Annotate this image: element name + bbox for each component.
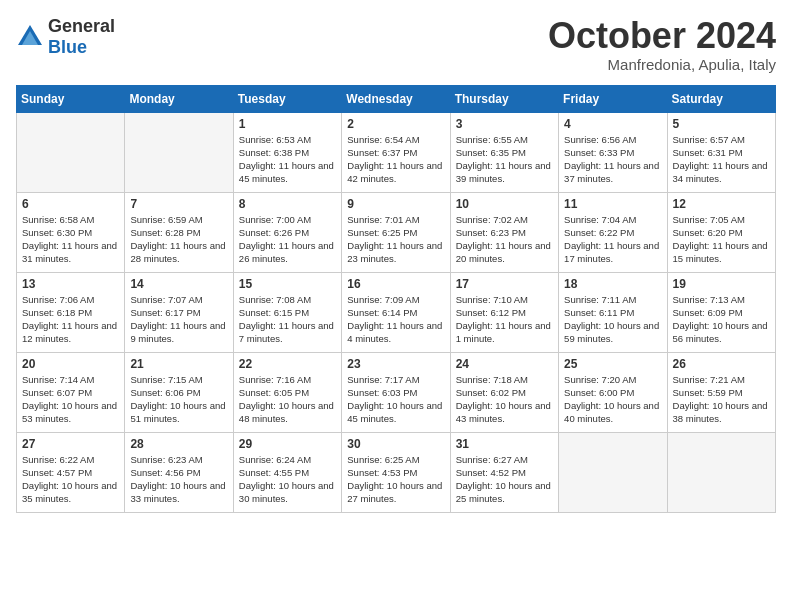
calendar-cell: 1Sunrise: 6:53 AMSunset: 6:38 PMDaylight… [233,112,341,192]
day-detail: Sunrise: 6:54 AMSunset: 6:37 PMDaylight:… [347,133,444,186]
day-detail: Sunrise: 7:02 AMSunset: 6:23 PMDaylight:… [456,213,553,266]
month-title: October 2024 [548,16,776,56]
weekday-wednesday: Wednesday [342,85,450,112]
day-number: 12 [673,197,770,211]
day-number: 14 [130,277,227,291]
logo: General Blue [16,16,115,58]
calendar-cell: 14Sunrise: 7:07 AMSunset: 6:17 PMDayligh… [125,272,233,352]
day-detail: Sunrise: 7:15 AMSunset: 6:06 PMDaylight:… [130,373,227,426]
day-number: 28 [130,437,227,451]
day-detail: Sunrise: 6:56 AMSunset: 6:33 PMDaylight:… [564,133,661,186]
day-detail: Sunrise: 7:13 AMSunset: 6:09 PMDaylight:… [673,293,770,346]
day-number: 4 [564,117,661,131]
calendar-cell: 4Sunrise: 6:56 AMSunset: 6:33 PMDaylight… [559,112,667,192]
day-detail: Sunrise: 7:05 AMSunset: 6:20 PMDaylight:… [673,213,770,266]
week-row-0: 1Sunrise: 6:53 AMSunset: 6:38 PMDaylight… [17,112,776,192]
weekday-tuesday: Tuesday [233,85,341,112]
day-detail: Sunrise: 7:04 AMSunset: 6:22 PMDaylight:… [564,213,661,266]
calendar-cell: 9Sunrise: 7:01 AMSunset: 6:25 PMDaylight… [342,192,450,272]
day-number: 13 [22,277,119,291]
day-detail: Sunrise: 7:00 AMSunset: 6:26 PMDaylight:… [239,213,336,266]
day-detail: Sunrise: 6:25 AMSunset: 4:53 PMDaylight:… [347,453,444,506]
day-number: 31 [456,437,553,451]
calendar-cell: 2Sunrise: 6:54 AMSunset: 6:37 PMDaylight… [342,112,450,192]
calendar-cell: 16Sunrise: 7:09 AMSunset: 6:14 PMDayligh… [342,272,450,352]
day-number: 11 [564,197,661,211]
day-number: 19 [673,277,770,291]
day-number: 25 [564,357,661,371]
day-detail: Sunrise: 7:20 AMSunset: 6:00 PMDaylight:… [564,373,661,426]
calendar-cell: 26Sunrise: 7:21 AMSunset: 5:59 PMDayligh… [667,352,775,432]
day-detail: Sunrise: 7:16 AMSunset: 6:05 PMDaylight:… [239,373,336,426]
day-number: 27 [22,437,119,451]
day-detail: Sunrise: 7:10 AMSunset: 6:12 PMDaylight:… [456,293,553,346]
day-detail: Sunrise: 6:59 AMSunset: 6:28 PMDaylight:… [130,213,227,266]
day-detail: Sunrise: 6:53 AMSunset: 6:38 PMDaylight:… [239,133,336,186]
week-row-1: 6Sunrise: 6:58 AMSunset: 6:30 PMDaylight… [17,192,776,272]
day-detail: Sunrise: 7:21 AMSunset: 5:59 PMDaylight:… [673,373,770,426]
day-number: 20 [22,357,119,371]
weekday-header-row: SundayMondayTuesdayWednesdayThursdayFrid… [17,85,776,112]
day-detail: Sunrise: 7:06 AMSunset: 6:18 PMDaylight:… [22,293,119,346]
day-detail: Sunrise: 7:17 AMSunset: 6:03 PMDaylight:… [347,373,444,426]
calendar-cell: 6Sunrise: 6:58 AMSunset: 6:30 PMDaylight… [17,192,125,272]
day-number: 9 [347,197,444,211]
day-detail: Sunrise: 7:18 AMSunset: 6:02 PMDaylight:… [456,373,553,426]
day-number: 16 [347,277,444,291]
calendar-cell [125,112,233,192]
calendar-cell: 31Sunrise: 6:27 AMSunset: 4:52 PMDayligh… [450,432,558,512]
day-detail: Sunrise: 6:24 AMSunset: 4:55 PMDaylight:… [239,453,336,506]
weekday-sunday: Sunday [17,85,125,112]
logo-icon [16,23,44,51]
calendar-cell: 15Sunrise: 7:08 AMSunset: 6:15 PMDayligh… [233,272,341,352]
week-row-2: 13Sunrise: 7:06 AMSunset: 6:18 PMDayligh… [17,272,776,352]
day-number: 2 [347,117,444,131]
calendar-cell: 20Sunrise: 7:14 AMSunset: 6:07 PMDayligh… [17,352,125,432]
day-number: 23 [347,357,444,371]
day-number: 10 [456,197,553,211]
day-detail: Sunrise: 7:11 AMSunset: 6:11 PMDaylight:… [564,293,661,346]
calendar-cell: 8Sunrise: 7:00 AMSunset: 6:26 PMDaylight… [233,192,341,272]
calendar-cell [17,112,125,192]
calendar-cell: 23Sunrise: 7:17 AMSunset: 6:03 PMDayligh… [342,352,450,432]
day-number: 22 [239,357,336,371]
day-number: 18 [564,277,661,291]
calendar-cell [559,432,667,512]
calendar-cell: 17Sunrise: 7:10 AMSunset: 6:12 PMDayligh… [450,272,558,352]
day-detail: Sunrise: 7:09 AMSunset: 6:14 PMDaylight:… [347,293,444,346]
calendar-cell: 30Sunrise: 6:25 AMSunset: 4:53 PMDayligh… [342,432,450,512]
weekday-monday: Monday [125,85,233,112]
day-detail: Sunrise: 6:55 AMSunset: 6:35 PMDaylight:… [456,133,553,186]
calendar-cell: 13Sunrise: 7:06 AMSunset: 6:18 PMDayligh… [17,272,125,352]
page-header: General Blue October 2024 Manfredonia, A… [16,16,776,73]
weekday-saturday: Saturday [667,85,775,112]
title-area: October 2024 Manfredonia, Apulia, Italy [548,16,776,73]
calendar-cell: 21Sunrise: 7:15 AMSunset: 6:06 PMDayligh… [125,352,233,432]
day-number: 3 [456,117,553,131]
calendar-cell: 7Sunrise: 6:59 AMSunset: 6:28 PMDaylight… [125,192,233,272]
calendar-cell: 28Sunrise: 6:23 AMSunset: 4:56 PMDayligh… [125,432,233,512]
day-detail: Sunrise: 6:23 AMSunset: 4:56 PMDaylight:… [130,453,227,506]
day-number: 30 [347,437,444,451]
calendar-cell: 3Sunrise: 6:55 AMSunset: 6:35 PMDaylight… [450,112,558,192]
calendar-cell: 18Sunrise: 7:11 AMSunset: 6:11 PMDayligh… [559,272,667,352]
calendar-cell: 10Sunrise: 7:02 AMSunset: 6:23 PMDayligh… [450,192,558,272]
calendar-cell: 27Sunrise: 6:22 AMSunset: 4:57 PMDayligh… [17,432,125,512]
week-row-4: 27Sunrise: 6:22 AMSunset: 4:57 PMDayligh… [17,432,776,512]
calendar-cell: 25Sunrise: 7:20 AMSunset: 6:00 PMDayligh… [559,352,667,432]
day-number: 26 [673,357,770,371]
calendar-cell: 5Sunrise: 6:57 AMSunset: 6:31 PMDaylight… [667,112,775,192]
day-detail: Sunrise: 6:27 AMSunset: 4:52 PMDaylight:… [456,453,553,506]
calendar-table: SundayMondayTuesdayWednesdayThursdayFrid… [16,85,776,513]
day-detail: Sunrise: 7:08 AMSunset: 6:15 PMDaylight:… [239,293,336,346]
logo-blue: Blue [48,37,87,57]
day-number: 7 [130,197,227,211]
day-detail: Sunrise: 6:22 AMSunset: 4:57 PMDaylight:… [22,453,119,506]
day-detail: Sunrise: 7:14 AMSunset: 6:07 PMDaylight:… [22,373,119,426]
location-title: Manfredonia, Apulia, Italy [548,56,776,73]
day-number: 1 [239,117,336,131]
day-detail: Sunrise: 6:57 AMSunset: 6:31 PMDaylight:… [673,133,770,186]
calendar-cell: 24Sunrise: 7:18 AMSunset: 6:02 PMDayligh… [450,352,558,432]
calendar-cell: 22Sunrise: 7:16 AMSunset: 6:05 PMDayligh… [233,352,341,432]
day-number: 8 [239,197,336,211]
